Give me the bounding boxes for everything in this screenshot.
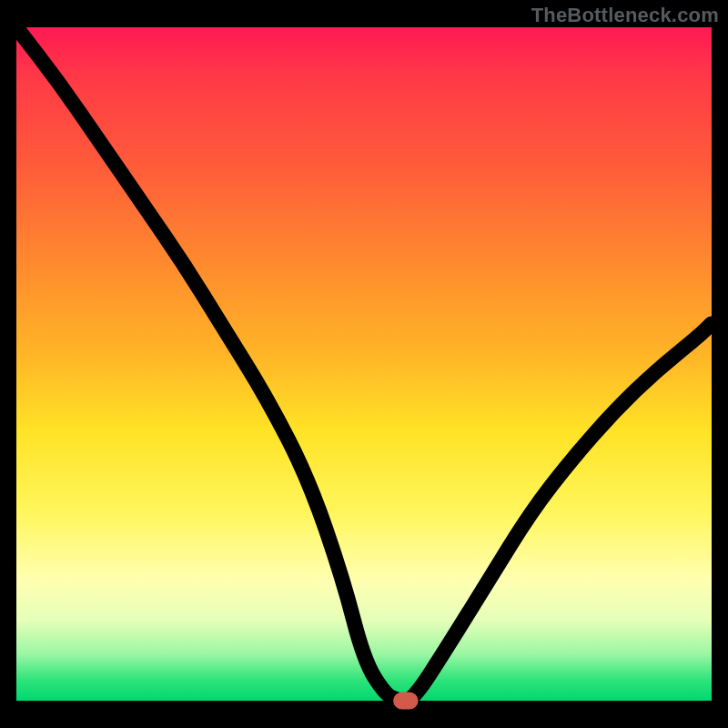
chart-frame: TheBottleneck.com bbox=[0, 0, 728, 728]
min-point-marker bbox=[397, 695, 415, 706]
plot-area bbox=[16, 27, 712, 701]
bottleneck-curve bbox=[16, 27, 712, 701]
chart-svg bbox=[16, 27, 712, 701]
watermark-text: TheBottleneck.com bbox=[531, 4, 719, 27]
